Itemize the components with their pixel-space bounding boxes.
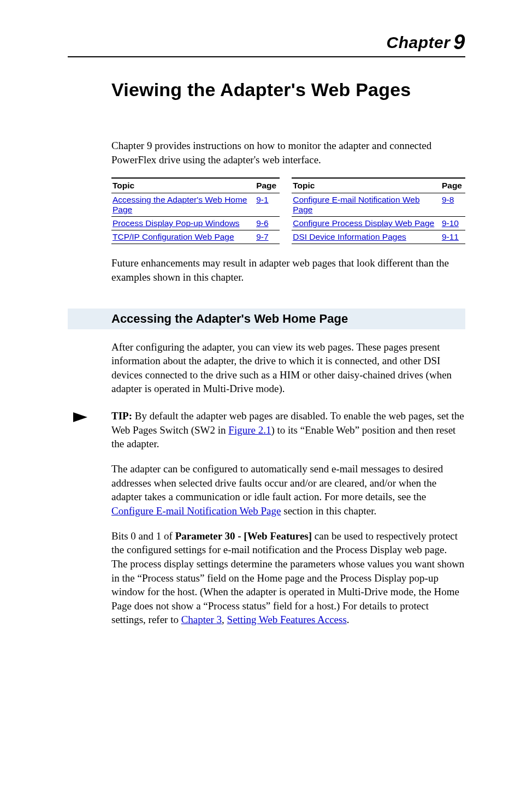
tip-block: TIP: By default the adapter web pages ar… (68, 409, 465, 451)
toc-row: Accessing the Adapter's Web Home Page 9-… (111, 193, 280, 217)
toc-page-link[interactable]: 9-10 (442, 218, 459, 228)
body-paragraph-2: The adapter can be configured to automat… (111, 462, 465, 518)
para3-text-1: Bits 0 and 1 of (111, 530, 175, 542)
toc-page-link[interactable]: 9-7 (256, 232, 268, 241)
toc-page-link[interactable]: 9-1 (256, 195, 268, 204)
toc-link[interactable]: Accessing the Adapter's Web Home Page (113, 195, 247, 214)
toc-page-link[interactable]: 9-6 (256, 218, 268, 228)
para3-bold: Parameter 30 - [Web Features] (175, 530, 312, 542)
intro-paragraph: Chapter 9 provides instructions on how t… (111, 139, 465, 167)
toc-row: Configure E-mail Notification Web Page 9… (292, 193, 465, 217)
toc-link[interactable]: TCP/IP Configuration Web Page (113, 232, 234, 241)
header-rule (68, 56, 465, 57)
toc-page-link[interactable]: 9-11 (442, 232, 459, 241)
para3-link-chapter[interactable]: Chapter 3 (181, 614, 222, 625)
chapter-number: 9 (453, 31, 465, 54)
toc-col-topic: Topic (292, 178, 441, 193)
toc-col-page: Page (441, 178, 465, 193)
toc-tables: Topic Page Accessing the Adapter's Web H… (111, 177, 465, 244)
para3-text-4: . (347, 614, 350, 625)
toc-row: TCP/IP Configuration Web Page 9-7 (111, 230, 280, 244)
para3-text-3: , (222, 614, 227, 625)
svg-marker-0 (73, 412, 87, 422)
chapter-header: Chapter9 (68, 31, 465, 56)
toc-page-link[interactable]: 9-8 (442, 195, 454, 204)
after-toc-paragraph: Future enhancements may result in adapte… (111, 256, 465, 284)
tip-marker-icon (68, 409, 111, 423)
body-paragraph-1: After configuring the adapter, you can v… (111, 340, 465, 396)
para3-link-section[interactable]: Setting Web Features Access (227, 614, 347, 625)
para2-text-2: section in this chapter. (281, 505, 377, 517)
tip-link-figure[interactable]: Figure 2.1 (228, 424, 271, 436)
toc-row: Configure Process Display Web Page 9-10 (292, 217, 465, 230)
toc-link[interactable]: DSI Device Information Pages (293, 232, 406, 241)
toc-table-right: Topic Page Configure E-mail Notification… (292, 177, 465, 244)
tip-text: TIP: By default the adapter web pages ar… (111, 409, 465, 451)
para3-text-2: can be used to respectively protect the … (111, 530, 464, 626)
toc-col-topic: Topic (111, 178, 255, 193)
toc-link[interactable]: Configure E-mail Notification Web Page (293, 195, 419, 214)
toc-row: Process Display Pop-up Windows 9-6 (111, 217, 280, 230)
toc-link[interactable]: Process Display Pop-up Windows (113, 218, 240, 228)
para2-link[interactable]: Configure E-mail Notification Web Page (111, 505, 281, 517)
toc-link[interactable]: Configure Process Display Web Page (293, 218, 434, 228)
para2-text-1: The adapter can be configured to automat… (111, 463, 443, 502)
toc-row: DSI Device Information Pages 9-11 (292, 230, 465, 244)
chapter-word: Chapter (387, 33, 451, 51)
toc-table-left: Topic Page Accessing the Adapter's Web H… (111, 177, 280, 244)
tip-label: TIP: (111, 410, 132, 422)
toc-col-page: Page (255, 178, 280, 193)
body-paragraph-3: Bits 0 and 1 of Parameter 30 - [Web Feat… (111, 529, 465, 627)
section-heading: Accessing the Adapter's Web Home Page (68, 309, 465, 329)
page-title: Viewing the Adapter's Web Pages (111, 79, 465, 100)
